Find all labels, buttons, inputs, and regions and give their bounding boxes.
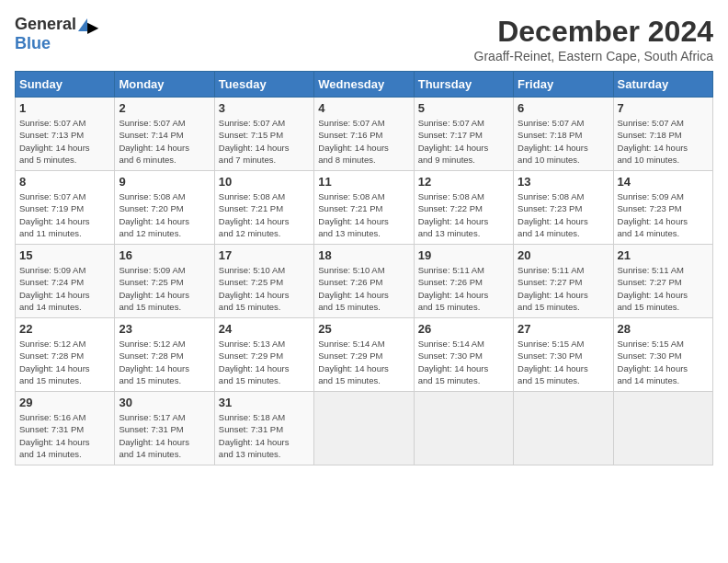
calendar-cell: 22Sunrise: 5:12 AMSunset: 7:28 PMDayligh… (16, 318, 115, 392)
calendar-body: 1Sunrise: 5:07 AMSunset: 7:13 PMDaylight… (16, 98, 713, 465)
day-info: Sunrise: 5:17 AMSunset: 7:31 PMDaylight:… (119, 411, 210, 460)
day-number: 26 (418, 322, 509, 336)
weekday-header-friday: Friday (514, 72, 613, 98)
day-info: Sunrise: 5:13 AMSunset: 7:29 PMDaylight:… (219, 338, 310, 386)
day-number: 29 (19, 396, 110, 409)
day-info: Sunrise: 5:12 AMSunset: 7:28 PMDaylight:… (119, 338, 210, 386)
calendar-cell: 2Sunrise: 5:07 AMSunset: 7:14 PMDaylight… (115, 98, 214, 171)
day-info: Sunrise: 5:07 AMSunset: 7:15 PMDaylight:… (219, 117, 310, 166)
calendar-cell: 30Sunrise: 5:17 AMSunset: 7:31 PMDayligh… (115, 392, 214, 465)
calendar-cell (314, 392, 414, 465)
calendar-cell: 13Sunrise: 5:08 AMSunset: 7:23 PMDayligh… (514, 171, 613, 245)
day-number: 11 (318, 175, 409, 189)
day-number: 3 (219, 101, 310, 115)
day-number: 1 (19, 101, 110, 115)
calendar-cell (613, 392, 712, 465)
day-number: 21 (618, 248, 709, 262)
day-info: Sunrise: 5:14 AMSunset: 7:30 PMDaylight:… (418, 338, 509, 386)
calendar-cell: 8Sunrise: 5:07 AMSunset: 7:19 PMDaylight… (16, 171, 115, 245)
calendar-cell: 16Sunrise: 5:09 AMSunset: 7:25 PMDayligh… (115, 245, 214, 318)
day-number: 28 (618, 322, 709, 336)
day-number: 24 (219, 322, 310, 336)
calendar-cell: 5Sunrise: 5:07 AMSunset: 7:17 PMDaylight… (414, 98, 513, 171)
calendar-week-4: 22Sunrise: 5:12 AMSunset: 7:28 PMDayligh… (16, 318, 713, 392)
day-info: Sunrise: 5:11 AMSunset: 7:27 PMDaylight:… (518, 264, 609, 313)
day-info: Sunrise: 5:12 AMSunset: 7:28 PMDaylight:… (19, 338, 110, 386)
header: General ▶ Blue December 2024 Graaff-Rein… (15, 15, 713, 63)
day-number: 30 (119, 396, 210, 409)
calendar-cell: 3Sunrise: 5:07 AMSunset: 7:15 PMDaylight… (214, 98, 313, 171)
day-info: Sunrise: 5:09 AMSunset: 7:24 PMDaylight:… (19, 264, 110, 313)
day-info: Sunrise: 5:07 AMSunset: 7:19 PMDaylight:… (19, 190, 110, 239)
day-info: Sunrise: 5:11 AMSunset: 7:27 PMDaylight:… (618, 264, 709, 313)
calendar-cell: 9Sunrise: 5:08 AMSunset: 7:20 PMDaylight… (115, 171, 214, 245)
day-info: Sunrise: 5:09 AMSunset: 7:25 PMDaylight:… (119, 264, 210, 313)
calendar-cell: 25Sunrise: 5:14 AMSunset: 7:29 PMDayligh… (314, 318, 414, 392)
day-info: Sunrise: 5:08 AMSunset: 7:21 PMDaylight:… (318, 190, 409, 239)
day-info: Sunrise: 5:07 AMSunset: 7:18 PMDaylight:… (618, 117, 709, 166)
calendar-cell: 15Sunrise: 5:09 AMSunset: 7:24 PMDayligh… (16, 245, 115, 318)
day-info: Sunrise: 5:15 AMSunset: 7:30 PMDaylight:… (618, 338, 709, 386)
day-number: 31 (219, 396, 310, 409)
calendar-cell: 21Sunrise: 5:11 AMSunset: 7:27 PMDayligh… (613, 245, 712, 318)
day-info: Sunrise: 5:10 AMSunset: 7:25 PMDaylight:… (219, 264, 310, 313)
day-number: 17 (219, 248, 310, 262)
calendar-week-5: 29Sunrise: 5:16 AMSunset: 7:31 PMDayligh… (16, 392, 713, 465)
calendar-cell: 26Sunrise: 5:14 AMSunset: 7:30 PMDayligh… (414, 318, 513, 392)
logo-general-text: General (15, 15, 76, 34)
day-info: Sunrise: 5:09 AMSunset: 7:23 PMDaylight:… (618, 190, 709, 239)
day-number: 10 (219, 175, 310, 189)
calendar-cell: 11Sunrise: 5:08 AMSunset: 7:21 PMDayligh… (314, 171, 414, 245)
logo-icon: ▶ (78, 18, 87, 31)
day-info: Sunrise: 5:18 AMSunset: 7:31 PMDaylight:… (219, 411, 310, 460)
calendar-cell: 10Sunrise: 5:08 AMSunset: 7:21 PMDayligh… (214, 171, 313, 245)
weekday-header-tuesday: Tuesday (214, 72, 313, 98)
day-number: 22 (19, 322, 110, 336)
day-number: 25 (318, 322, 409, 336)
calendar-cell: 14Sunrise: 5:09 AMSunset: 7:23 PMDayligh… (613, 171, 712, 245)
calendar-cell: 29Sunrise: 5:16 AMSunset: 7:31 PMDayligh… (16, 392, 115, 465)
calendar-cell: 6Sunrise: 5:07 AMSunset: 7:18 PMDaylight… (514, 98, 613, 171)
logo: General ▶ Blue (15, 15, 87, 53)
day-number: 27 (518, 322, 609, 336)
month-title: December 2024 (474, 15, 713, 49)
day-number: 12 (418, 175, 509, 189)
day-number: 16 (119, 248, 210, 262)
day-info: Sunrise: 5:11 AMSunset: 7:26 PMDaylight:… (418, 264, 509, 313)
day-number: 20 (518, 248, 609, 262)
day-info: Sunrise: 5:08 AMSunset: 7:23 PMDaylight:… (518, 190, 609, 239)
calendar-cell: 28Sunrise: 5:15 AMSunset: 7:30 PMDayligh… (613, 318, 712, 392)
calendar-cell: 19Sunrise: 5:11 AMSunset: 7:26 PMDayligh… (414, 245, 513, 318)
day-number: 18 (318, 248, 409, 262)
calendar-week-3: 15Sunrise: 5:09 AMSunset: 7:24 PMDayligh… (16, 245, 713, 318)
day-number: 4 (318, 101, 409, 115)
day-number: 2 (119, 101, 210, 115)
day-info: Sunrise: 5:16 AMSunset: 7:31 PMDaylight:… (19, 411, 110, 460)
weekday-header-sunday: Sunday (16, 72, 115, 98)
calendar-cell: 23Sunrise: 5:12 AMSunset: 7:28 PMDayligh… (115, 318, 214, 392)
weekday-header-wednesday: Wednesday (314, 72, 414, 98)
calendar: SundayMondayTuesdayWednesdayThursdayFrid… (15, 71, 713, 465)
calendar-cell: 17Sunrise: 5:10 AMSunset: 7:25 PMDayligh… (214, 245, 313, 318)
calendar-cell: 12Sunrise: 5:08 AMSunset: 7:22 PMDayligh… (414, 171, 513, 245)
day-info: Sunrise: 5:07 AMSunset: 7:18 PMDaylight:… (518, 117, 609, 166)
calendar-cell: 18Sunrise: 5:10 AMSunset: 7:26 PMDayligh… (314, 245, 414, 318)
day-info: Sunrise: 5:07 AMSunset: 7:14 PMDaylight:… (119, 117, 210, 166)
subtitle: Graaff-Reinet, Eastern Cape, South Afric… (474, 49, 713, 63)
day-info: Sunrise: 5:15 AMSunset: 7:30 PMDaylight:… (518, 338, 609, 386)
day-number: 15 (19, 248, 110, 262)
calendar-cell: 1Sunrise: 5:07 AMSunset: 7:13 PMDaylight… (16, 98, 115, 171)
day-info: Sunrise: 5:08 AMSunset: 7:21 PMDaylight:… (219, 190, 310, 239)
weekday-header-monday: Monday (115, 72, 214, 98)
day-number: 13 (518, 175, 609, 189)
calendar-cell (414, 392, 513, 465)
logo-blue-text: Blue (15, 34, 51, 53)
day-info: Sunrise: 5:07 AMSunset: 7:13 PMDaylight:… (19, 117, 110, 166)
calendar-cell: 7Sunrise: 5:07 AMSunset: 7:18 PMDaylight… (613, 98, 712, 171)
weekday-header-saturday: Saturday (613, 72, 712, 98)
day-info: Sunrise: 5:14 AMSunset: 7:29 PMDaylight:… (318, 338, 409, 386)
day-info: Sunrise: 5:07 AMSunset: 7:16 PMDaylight:… (318, 117, 409, 166)
day-info: Sunrise: 5:07 AMSunset: 7:17 PMDaylight:… (418, 117, 509, 166)
calendar-week-2: 8Sunrise: 5:07 AMSunset: 7:19 PMDaylight… (16, 171, 713, 245)
day-info: Sunrise: 5:10 AMSunset: 7:26 PMDaylight:… (318, 264, 409, 313)
